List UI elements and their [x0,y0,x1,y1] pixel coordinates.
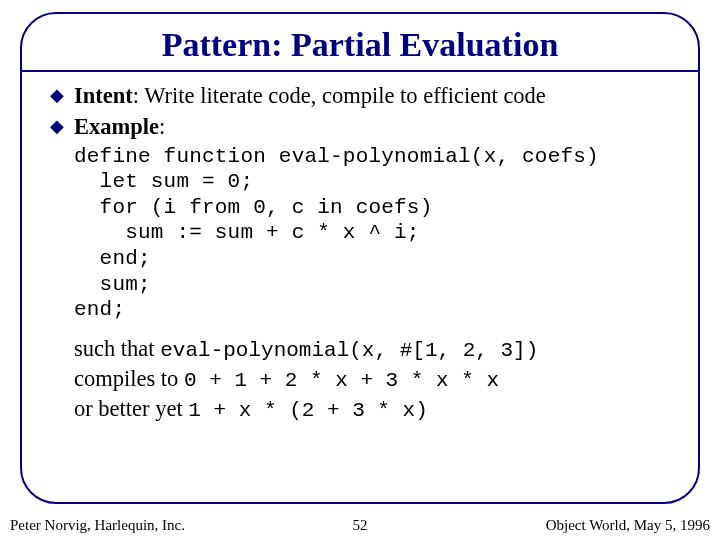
slide-body: ◆ Intent: Write literate code, compile t… [50,82,670,424]
tail-line-3: or better yet 1 + x * (2 + 3 * x) [74,395,670,425]
footer: Peter Norvig, Harlequin, Inc. 52 Object … [10,517,710,534]
slide-title: Pattern: Partial Evaluation [50,26,670,64]
footer-center: 52 [10,517,710,534]
tail-line-1: such that eval-polynomial(x, #[1, 2, 3]) [74,335,670,365]
tail-1-code: eval-polynomial(x, #[1, 2, 3]) [160,339,538,362]
title-rule [22,70,698,72]
diamond-bullet-icon: ◆ [50,115,64,138]
tail-line-2: compiles to 0 + 1 + 2 * x + 3 * x * x [74,365,670,395]
bullet-intent: ◆ Intent: Write literate code, compile t… [50,82,670,111]
slide-frame: Pattern: Partial Evaluation ◆ Intent: Wr… [20,12,700,504]
tail-2-pre: compiles to [74,366,184,391]
bullet-example: ◆ Example: [50,113,670,142]
code-block: define function eval-polynomial(x, coefs… [74,144,670,323]
intent-text: : Write literate code, compile to effici… [133,83,546,108]
example-text: : [159,114,165,139]
example-label: Example [74,114,159,139]
diamond-bullet-icon: ◆ [50,84,64,107]
slide: Pattern: Partial Evaluation ◆ Intent: Wr… [0,0,720,540]
tail-block: such that eval-polynomial(x, #[1, 2, 3])… [50,335,670,425]
tail-3-pre: or better yet [74,396,188,421]
intent-label: Intent [74,83,133,108]
tail-1-pre: such that [74,336,160,361]
tail-3-code: 1 + x * (2 + 3 * x) [188,399,427,422]
tail-2-code: 0 + 1 + 2 * x + 3 * x * x [184,369,499,392]
